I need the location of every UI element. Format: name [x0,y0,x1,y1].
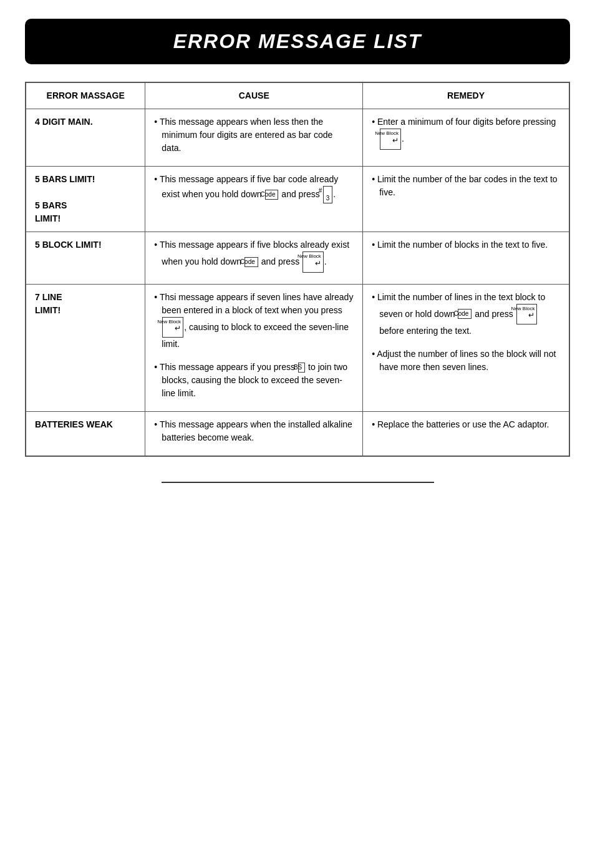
list-item: Replace the batteries or use the AC adap… [372,418,560,431]
col-header-cause: CAUSE [145,82,363,109]
cause-cell: This message appears if five blocks alre… [145,232,363,285]
error-name: BATTERIES WEAK [26,412,145,457]
cause-cell: This message appears if five bar code al… [145,167,363,232]
list-item: This message appears if five bar code al… [154,173,354,203]
page-title-bar: ERROR MESSAGE LIST [25,19,570,64]
new-block-key: New Block ↵ [380,129,401,150]
list-item: This message appears when less then the … [154,115,354,155]
table-row: 4 DIGIT MAIN. This message appears when … [26,109,569,167]
col-header-remedy: REMEDY [363,82,569,109]
list-item: Adjust the number of lines so the block … [372,348,560,374]
list-item: This message appears if five blocks alre… [154,238,354,273]
bs-key: BS [298,363,305,373]
cause-cell: This message appears when the installed … [145,412,363,457]
error-name: 5 BLOCK LIMIT! [26,232,145,285]
list-item: This message appears if you press BS to … [154,361,354,400]
list-item: Limit the number of lines in the text bl… [372,291,560,338]
remedy-cell: Limit the number of the bar codes in the… [363,167,569,232]
error-name: 4 DIGIT MAIN. [26,109,145,167]
table-row: 5 BLOCK LIMIT! This message appears if f… [26,232,569,285]
error-name: 7 LINELIMIT! [26,284,145,412]
code-key: Code [244,257,258,267]
new-block-key: New Block ↵ [516,304,538,325]
page-title: ERROR MESSAGE LIST [37,30,558,53]
list-item: Thsi message appears if seven lines have… [154,291,354,351]
list-item: Limit the number of the bar codes in the… [372,173,560,199]
table-row: BATTERIES WEAK This message appears when… [26,412,569,457]
list-item: This message appears when the installed … [154,418,354,444]
list-item: Limit the number of blocks in the text t… [372,238,560,251]
new-block-key: New Block ↵ [162,317,183,338]
error-message-table: ERROR MASSAGE CAUSE REMEDY 4 DIGIT MAIN.… [25,82,570,457]
cause-cell: This message appears when less then the … [145,109,363,167]
list-item: Enter a minimum of four digits before pr… [372,115,560,150]
remedy-cell: Limit the number of blocks in the text t… [363,232,569,285]
error-name: 5 BARS LIMIT! 5 BARSLIMIT! [26,167,145,232]
table-row: 7 LINELIMIT! Thsi message appears if sev… [26,284,569,412]
remedy-cell: Replace the batteries or use the AC adap… [363,412,569,457]
cause-cell: Thsi message appears if seven lines have… [145,284,363,412]
hash3-key: #3 [323,186,333,203]
col-header-error: ERROR MASSAGE [26,82,145,109]
code-key: Code [458,309,472,319]
code-key: Code [265,190,279,200]
remedy-cell: Limit the number of lines in the text bl… [363,284,569,412]
bottom-divider [162,482,434,483]
new-block-key: New Block ↵ [302,251,324,273]
table-row: 5 BARS LIMIT! 5 BARSLIMIT! This message … [26,167,569,232]
remedy-cell: Enter a minimum of four digits before pr… [363,109,569,167]
